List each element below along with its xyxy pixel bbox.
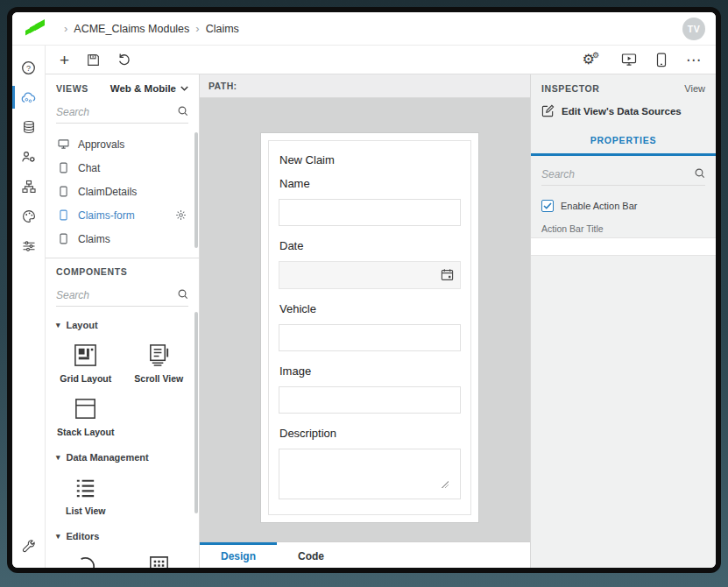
add-button[interactable]: + [60, 52, 69, 68]
caret-down-icon: ▾ [56, 453, 60, 462]
svg-text:?: ? [26, 63, 31, 72]
properties-search-input[interactable] [541, 165, 705, 186]
views-panel-title: VIEWS [56, 83, 88, 94]
view-item-approvals[interactable]: Approvals [46, 132, 199, 156]
inspector-panel: INSPECTOR View Edit View's Data Sources … [530, 74, 716, 568]
component-list-view[interactable]: List View [49, 468, 123, 521]
tab-code[interactable]: Code [277, 542, 345, 568]
component-label: List View [66, 506, 105, 516]
vehicle-field[interactable] [279, 324, 461, 351]
tab-properties[interactable]: PROPERTIES [590, 135, 657, 145]
breadcrumb-claims[interactable]: Claims [206, 23, 239, 35]
chevron-down-icon [180, 86, 188, 91]
edit-data-sources-link[interactable]: Edit View's Data Sources [531, 99, 716, 126]
resize-grip[interactable] [442, 481, 449, 488]
inspector-title: INSPECTOR [541, 83, 599, 94]
stack-layout-icon [73, 396, 98, 421]
breadcrumb-chevron-icon: › [195, 22, 199, 35]
component-scroll-view[interactable]: Scroll View [123, 336, 196, 389]
data-icon[interactable] [12, 112, 45, 142]
wrench-icon[interactable] [12, 531, 45, 561]
field-label-name: Name [279, 177, 461, 190]
left-icon-rail: ? [12, 46, 46, 568]
breadcrumb-module[interactable]: ACME_Claims Modules [74, 23, 189, 35]
phone-icon [58, 209, 69, 221]
search-icon [178, 106, 188, 117]
views-list: Approvals Chat ClaimDetails Claims- [46, 129, 199, 252]
views-search-input[interactable] [56, 103, 188, 124]
component-label: Scroll View [134, 373, 183, 384]
desktop-icon [58, 139, 69, 149]
inspector-tabs: PROPERTIES [531, 126, 716, 156]
component-editor-1[interactable] [49, 547, 123, 568]
modules-icon[interactable] [12, 82, 45, 112]
components-search [56, 286, 188, 307]
components-panel-title: COMPONENTS [56, 266, 127, 277]
component-stack-layout[interactable]: Stack Layout [49, 389, 123, 442]
action-bar-title-input[interactable] [531, 237, 716, 256]
canvas-tab-bar: Design Code [200, 541, 530, 568]
group-layout[interactable]: ▾ Layout [46, 312, 199, 334]
more-options-button[interactable]: ⋯ [686, 51, 702, 69]
component-label: Stack Layout [57, 427, 114, 437]
views-scrollbar[interactable] [194, 132, 198, 248]
components-search-input[interactable] [56, 286, 188, 307]
views-search [56, 103, 188, 124]
view-item-claims[interactable]: Claims [46, 227, 199, 251]
themes-icon[interactable] [12, 202, 45, 231]
caret-down-icon: ▾ [56, 532, 60, 541]
undo-button[interactable] [117, 53, 131, 67]
app-logo-icon[interactable] [23, 18, 46, 40]
date-field[interactable] [279, 261, 461, 289]
action-bar-title-label: Action Bar Title [531, 216, 716, 237]
field-label-description: Description [279, 427, 461, 440]
path-label: PATH: [209, 81, 237, 91]
phone-icon [58, 233, 69, 244]
canvas[interactable]: New Claim Name Date [200, 98, 530, 541]
list-view-icon [73, 475, 98, 500]
search-icon [695, 168, 705, 179]
components-scrollbar[interactable] [194, 312, 198, 513]
editor-toolbar: + ⚙⚙ ⋯ [46, 46, 716, 74]
checkbox-checked-icon[interactable] [541, 200, 554, 212]
group-editors[interactable]: ▾ Editors [46, 523, 199, 545]
inspector-context: View [684, 83, 705, 94]
path-bar: PATH: [200, 74, 530, 98]
component-editor-2[interactable] [123, 547, 196, 568]
group-label: Editors [67, 531, 100, 541]
scroll-view-icon [146, 343, 172, 368]
user-avatar[interactable]: TV [682, 18, 705, 40]
views-filter-dropdown[interactable]: Web & Mobile [110, 83, 188, 94]
calendar-icon[interactable] [441, 268, 454, 281]
name-field[interactable] [279, 199, 461, 226]
view-item-chat[interactable]: Chat [46, 156, 199, 180]
group-label: Layout [67, 320, 98, 330]
identity-icon[interactable] [12, 142, 45, 172]
description-field[interactable] [279, 449, 461, 499]
views-filter-label: Web & Mobile [110, 83, 176, 94]
settings-sliders-icon[interactable] [12, 231, 45, 261]
group-label: Data Management [67, 452, 149, 463]
top-bar: › ACME_Claims Modules › Claims TV [12, 12, 716, 46]
view-item-label: Claims-form [78, 209, 135, 222]
help-icon[interactable]: ? [12, 53, 45, 82]
preview-mobile-icon[interactable] [656, 53, 667, 67]
edit-link-label: Edit View's Data Sources [562, 106, 682, 117]
view-item-claims-form[interactable]: Claims-form [46, 203, 199, 227]
save-button[interactable] [87, 53, 100, 67]
group-data-management[interactable]: ▾ Data Management [46, 444, 199, 466]
design-canvas-area: PATH: New Claim Name Date [200, 74, 530, 568]
view-settings-gear-icon[interactable] [175, 209, 187, 221]
workflow-icon[interactable] [12, 172, 45, 202]
enable-action-bar-row[interactable]: Enable Action Bar [531, 191, 716, 216]
form-preview-card[interactable]: New Claim Name Date [261, 133, 478, 522]
view-item-claimdetails[interactable]: ClaimDetails [46, 180, 199, 203]
tab-design[interactable]: Design [200, 542, 277, 568]
settings-gears-icon[interactable]: ⚙⚙ [583, 53, 602, 67]
phone-icon [58, 186, 69, 197]
phone-icon [58, 162, 69, 173]
field-label-date: Date [279, 239, 461, 252]
component-grid-layout[interactable]: Grid Layout [49, 336, 123, 389]
preview-desktop-icon[interactable] [621, 53, 637, 67]
image-field[interactable] [279, 386, 461, 414]
